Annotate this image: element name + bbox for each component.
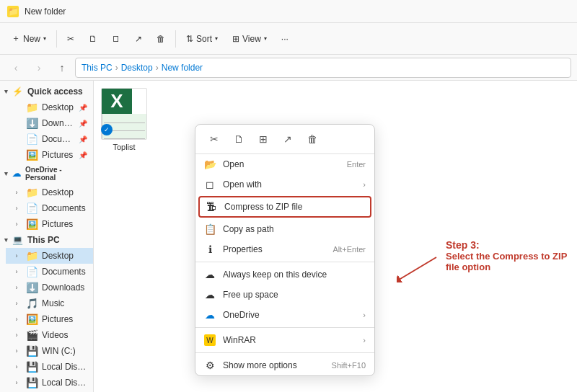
sidebar-item-pc-documents[interactable]: › 📄 Documents xyxy=(6,264,93,280)
sort-icon: ⇅ xyxy=(186,34,193,44)
sidebar-item-od-desktop[interactable]: › 📁 Desktop xyxy=(6,184,93,200)
documents-icon: 📄 xyxy=(26,133,38,145)
ctx-free-space-label: Free up space xyxy=(223,290,278,300)
more-button[interactable]: ··· xyxy=(276,31,294,47)
free-space-icon: ☁ xyxy=(204,289,216,300)
sidebar-item-od-documents[interactable]: › 📄 Documents xyxy=(6,200,93,216)
ctx-onedrive[interactable]: ☁ OneDrive › xyxy=(195,305,374,325)
ctx-open-with-label: Open with xyxy=(223,179,262,190)
compress-icon: 🗜 xyxy=(206,201,217,213)
pc-desktop-icon: 📁 xyxy=(26,250,38,262)
address-path[interactable]: This PC › Desktop › New folder xyxy=(75,58,571,78)
ctx-onedrive-arrow: › xyxy=(363,311,366,319)
ctx-compress-zip[interactable]: 🗜 Compress to ZIP file xyxy=(198,196,371,218)
ctx-winrar[interactable]: W WinRAR › xyxy=(195,330,374,350)
quick-access-header[interactable]: ▾ ⚡ Quick access xyxy=(0,84,93,99)
cut-button[interactable]: ✂ xyxy=(61,31,80,47)
ctx-sep-2 xyxy=(195,327,374,328)
downloads-icon: ⬇️ xyxy=(26,117,38,129)
context-menu: ✂ 🗋 ⊞ ↗ 🗑 📂 Open Enter ◻ Open with › 🗜 xyxy=(195,124,375,376)
ctx-delete-btn[interactable]: 🗑 xyxy=(301,129,324,149)
step-title: Step 3: xyxy=(446,239,577,251)
ctx-sep-1 xyxy=(195,262,374,262)
path-crumb-thispc[interactable]: This PC xyxy=(82,63,113,73)
onedrive-label: OneDrive - Personal xyxy=(25,166,89,182)
sidebar-item-pc-diskd[interactable]: › 💾 Local Disk (D:) xyxy=(6,359,93,375)
always-keep-icon: ☁ xyxy=(204,269,216,280)
toolbar: ＋ New ▾ ✂ 🗋 🗌 ↗ 🗑 ⇅ Sort ▾ ⊞ View ▾ ··· xyxy=(0,23,577,55)
thispc-header[interactable]: ▾ 💻 This PC xyxy=(0,232,93,248)
ctx-paste-btn[interactable]: ⊞ xyxy=(252,129,275,149)
pc-pictures-icon: 🖼️ xyxy=(26,313,38,325)
ctx-always-keep[interactable]: ☁ Always keep on this device xyxy=(195,264,374,285)
sidebar-item-pc-desktop[interactable]: › 📁 Desktop xyxy=(6,248,93,264)
sidebar-item-pc-pictures[interactable]: › 🖼️ Pictures xyxy=(6,311,93,327)
ctx-properties-label: Properties xyxy=(223,244,263,254)
main-area: ▾ ⚡ Quick access 📁 Desktop 📌 ⬇️ Download… xyxy=(0,81,577,392)
new-chevron: ▾ xyxy=(43,35,46,42)
sort-button[interactable]: ⇅ Sort ▾ xyxy=(180,31,224,47)
delete-button[interactable]: 🗑 xyxy=(151,31,171,47)
sidebar-item-pictures[interactable]: 🖼️ Pictures 📌 xyxy=(6,147,93,163)
ctx-copy-path[interactable]: 📋 Copy as path xyxy=(195,219,374,239)
ctx-properties-shortcut: Alt+Enter xyxy=(332,245,366,254)
winrar-icon: W xyxy=(204,334,216,346)
back-button[interactable]: ‹ xyxy=(6,58,26,78)
sort-chevron: ▾ xyxy=(215,35,218,42)
pc-videos-icon: 🎬 xyxy=(26,329,38,341)
sidebar-item-pc-videos[interactable]: › 🎬 Videos xyxy=(6,327,93,343)
up-button[interactable]: ↑ xyxy=(52,58,72,78)
sidebar-item-pc-winc[interactable]: › 💾 WIN (C:) xyxy=(6,343,93,359)
quick-access-group: 📁 Desktop 📌 ⬇️ Downloads 📌 📄 Documents 📌… xyxy=(0,99,93,163)
pc-documents-icon: 📄 xyxy=(26,266,38,277)
onedrive-ctx-icon: ☁ xyxy=(204,309,216,321)
od-documents-icon: 📄 xyxy=(26,202,38,214)
annotation-arrow xyxy=(397,254,440,282)
ctx-free-space[interactable]: ☁ Free up space xyxy=(195,285,374,305)
content-area: X ✓ Toplist ✂ 🗋 ⊞ ↗ 🗑 📂 xyxy=(94,81,577,392)
new-button[interactable]: ＋ New ▾ xyxy=(6,30,52,48)
onedrive-icon: ☁ xyxy=(12,169,21,179)
sidebar-item-pc-downloads[interactable]: › ⬇️ Downloads xyxy=(6,280,93,295)
paste-button[interactable]: 🗌 xyxy=(106,31,126,47)
sidebar-item-downloads[interactable]: ⬇️ Downloads 📌 xyxy=(6,115,93,131)
ctx-cut-btn[interactable]: ✂ xyxy=(203,129,226,149)
desktop-label: Desktop xyxy=(42,102,74,112)
path-crumb-newfolder[interactable]: New folder xyxy=(162,63,203,73)
quick-access-icon: ⚡ xyxy=(12,86,23,97)
pictures-icon: 🖼️ xyxy=(26,149,38,161)
toolbar-sep-1 xyxy=(56,30,57,48)
ctx-winrar-arrow: › xyxy=(363,336,366,344)
ctx-winrar-label: WinRAR xyxy=(223,335,256,345)
ctx-more-options[interactable]: ⚙ Show more options Shift+F10 xyxy=(195,355,374,375)
ctx-toolbar: ✂ 🗋 ⊞ ↗ 🗑 xyxy=(195,125,374,154)
ctx-properties[interactable]: ℹ Properties Alt+Enter xyxy=(195,239,374,259)
view-button[interactable]: ⊞ View ▾ xyxy=(226,31,273,47)
path-crumb-desktop[interactable]: Desktop xyxy=(121,63,153,73)
file-label: Toplist xyxy=(113,143,135,151)
onedrive-header[interactable]: ▾ ☁ OneDrive - Personal xyxy=(0,163,93,184)
forward-button[interactable]: › xyxy=(29,58,49,78)
sidebar-item-desktop[interactable]: 📁 Desktop 📌 xyxy=(6,99,93,115)
pictures-label: Pictures xyxy=(42,150,73,160)
share-button[interactable]: ↗ xyxy=(129,31,148,47)
sidebar-item-pc-music[interactable]: › 🎵 Music xyxy=(6,295,93,311)
ctx-open[interactable]: 📂 Open Enter xyxy=(195,154,374,174)
ctx-always-keep-label: Always keep on this device xyxy=(223,270,327,280)
sidebar-item-od-pictures[interactable]: › 🖼️ Pictures xyxy=(6,216,93,232)
sidebar-item-pc-diske[interactable]: › 💾 Local Disk (E:) xyxy=(6,375,93,391)
copy-button[interactable]: 🗋 xyxy=(83,31,103,47)
svg-line-1 xyxy=(400,257,436,279)
od-desktop-icon: 📁 xyxy=(26,187,38,198)
address-bar: ‹ › ↑ This PC › Desktop › New folder xyxy=(0,55,577,81)
title-icon: 📁 xyxy=(7,6,19,17)
file-item[interactable]: X ✓ Toplist xyxy=(101,88,147,151)
sidebar-item-documents[interactable]: 📄 Documents 📌 xyxy=(6,131,93,147)
ctx-copy-btn[interactable]: 🗋 xyxy=(227,129,250,149)
ctx-open-with[interactable]: ◻ Open with › xyxy=(195,174,374,195)
view-chevron: ▾ xyxy=(264,35,267,42)
copy-path-icon: 📋 xyxy=(204,223,216,235)
thispc-label: This PC xyxy=(27,235,60,245)
ctx-share-btn[interactable]: ↗ xyxy=(276,129,299,149)
ctx-more-options-shortcut: Shift+F10 xyxy=(332,361,366,370)
